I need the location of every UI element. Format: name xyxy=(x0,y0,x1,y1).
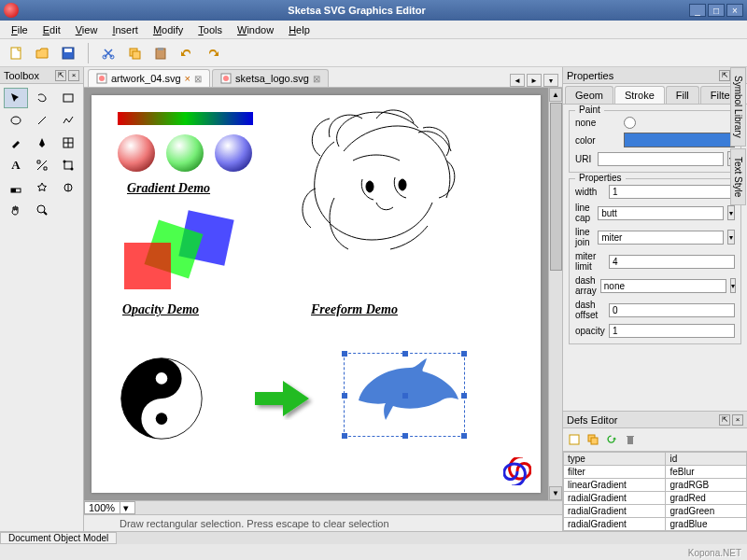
undo-button[interactable] xyxy=(176,43,197,63)
opacity-demo-label: Opacity Demo xyxy=(122,302,199,317)
table-row[interactable]: linearGradientgradRGB xyxy=(564,479,747,492)
spiral-logo xyxy=(503,457,531,485)
paint-uri-input[interactable] xyxy=(598,152,724,166)
table-row[interactable]: radialGradientgradRed xyxy=(564,492,747,505)
menu-tools[interactable]: Tools xyxy=(190,22,230,37)
svg-rect-8 xyxy=(158,48,163,50)
redo-button[interactable] xyxy=(203,43,223,63)
defs-new-button[interactable] xyxy=(566,431,583,448)
horizontal-scrollbar[interactable]: 100%▾ xyxy=(84,500,562,514)
prop-tab-geom[interactable]: Geom xyxy=(565,86,613,104)
close-tab-icon[interactable]: ⊠ xyxy=(313,74,320,84)
svg-file-icon xyxy=(96,73,107,84)
defs-duplicate-button[interactable] xyxy=(585,431,601,448)
defs-close-icon[interactable]: × xyxy=(732,414,743,426)
maximize-button[interactable]: □ xyxy=(708,4,725,17)
vertical-scrollbar[interactable]: ▲▼ xyxy=(548,88,562,500)
minimize-button[interactable]: _ xyxy=(689,4,706,17)
menu-edit[interactable]: Edit xyxy=(35,22,68,37)
defs-pin-icon[interactable]: ⇱ xyxy=(719,414,730,426)
stroke-color-swatch[interactable] xyxy=(624,133,735,147)
tool-star[interactable] xyxy=(30,177,54,198)
svg-point-16 xyxy=(63,161,66,163)
close-tab-icon[interactable]: ⊠ xyxy=(194,74,202,84)
tool-eyedropper[interactable] xyxy=(4,177,28,198)
tool-pen[interactable] xyxy=(30,133,54,153)
toolbox-close-icon[interactable]: × xyxy=(68,70,79,81)
dom-tab[interactable]: Document Object Model xyxy=(0,532,117,544)
cut-button[interactable] xyxy=(98,43,119,63)
watermark: Kopona.NET xyxy=(688,548,741,558)
opacity-input[interactable] xyxy=(609,324,735,338)
menu-insert[interactable]: Insert xyxy=(105,22,146,37)
copy-button[interactable] xyxy=(124,43,145,63)
tool-polyline[interactable] xyxy=(56,110,80,131)
menu-view[interactable]: View xyxy=(68,22,106,37)
prop-tab-fill[interactable]: Fill xyxy=(666,86,699,104)
svg-point-22 xyxy=(37,205,45,213)
selection-box[interactable] xyxy=(344,353,465,437)
zoom-select[interactable]: 100%▾ xyxy=(84,501,135,514)
tool-misc[interactable] xyxy=(56,177,80,198)
canvas-viewport[interactable]: Gradient Demo Opacity Demo Freeform Dem xyxy=(84,88,548,500)
tool-hand[interactable] xyxy=(4,200,28,220)
svg-rect-6 xyxy=(133,51,140,59)
menu-modify[interactable]: Modify xyxy=(146,22,190,37)
tool-grid[interactable] xyxy=(56,133,80,153)
tool-rect[interactable] xyxy=(56,88,80,108)
toolbox-panel: Toolbox ⇱ × A xyxy=(0,67,84,531)
tool-transform[interactable] xyxy=(56,155,80,175)
tool-lasso[interactable] xyxy=(30,88,54,108)
table-row[interactable]: filterfeBlur xyxy=(564,466,747,479)
prop-tab-stroke[interactable]: Stroke xyxy=(614,86,665,104)
tool-line[interactable] xyxy=(30,110,54,131)
tool-ellipse[interactable] xyxy=(4,110,28,131)
open-file-button[interactable] xyxy=(32,43,52,63)
tool-zoom[interactable] xyxy=(30,200,54,220)
freeform-demo-label: Freeform Demo xyxy=(311,302,398,317)
tool-node[interactable] xyxy=(30,155,54,175)
tool-text[interactable]: A xyxy=(4,155,28,175)
linecap-input[interactable] xyxy=(598,206,724,220)
linecap-dropdown-icon[interactable]: ▾ xyxy=(727,205,735,220)
dasharray-input[interactable] xyxy=(600,279,726,293)
miterlimit-input[interactable] xyxy=(609,255,735,269)
tab-next-button[interactable]: ► xyxy=(527,74,542,87)
paint-none-radio[interactable] xyxy=(624,117,636,129)
linejoin-input[interactable] xyxy=(598,231,724,245)
table-row[interactable]: radialGradientgradGreen xyxy=(564,505,747,518)
close-window-button[interactable]: × xyxy=(726,4,743,17)
tab-prev-button[interactable]: ◄ xyxy=(510,74,525,87)
dashoffset-input[interactable] xyxy=(609,303,735,317)
svg-rect-0 xyxy=(11,48,21,59)
menu-window[interactable]: Window xyxy=(230,22,281,37)
save-file-button[interactable] xyxy=(58,43,78,63)
svg-rect-33 xyxy=(570,435,579,444)
toolbox-title: Toolbox xyxy=(4,70,39,81)
new-file-button[interactable] xyxy=(6,43,26,63)
svg-rect-2 xyxy=(64,49,72,52)
paste-button[interactable] xyxy=(150,43,171,63)
toolbox-pin-icon[interactable]: ⇱ xyxy=(55,70,66,81)
defs-refresh-button[interactable] xyxy=(603,431,620,448)
menu-help[interactable]: Help xyxy=(281,22,317,37)
dasharray-dropdown-icon[interactable]: ▾ xyxy=(730,278,736,293)
svg-point-27 xyxy=(223,76,229,81)
properties-pin-icon[interactable]: ⇱ xyxy=(719,70,730,81)
defs-delete-button[interactable] xyxy=(622,431,639,448)
tab-sketsa-logo[interactable]: sketsa_logo.svg ⊠ xyxy=(212,69,329,87)
linejoin-dropdown-icon[interactable]: ▾ xyxy=(727,230,735,245)
arrow-icon xyxy=(250,375,316,422)
tool-select[interactable] xyxy=(4,88,28,108)
tab-artwork-04[interactable]: artwork_04.svg × ⊠ xyxy=(88,69,210,87)
stroke-width-input[interactable] xyxy=(609,185,735,199)
svg-canvas[interactable]: Gradient Demo Opacity Demo Freeform Dem xyxy=(92,95,541,493)
vtab-text-style[interactable]: Text Style xyxy=(730,148,746,205)
tool-pencil[interactable] xyxy=(4,133,28,153)
table-row[interactable]: radialGradientgradBlue xyxy=(564,518,747,531)
vtab-symbol-library[interactable]: Symbol Library xyxy=(730,67,746,147)
window-titlebar: Sketsa SVG Graphics Editor _ □ × xyxy=(0,0,747,21)
menu-file[interactable]: File xyxy=(4,22,35,37)
red-square xyxy=(124,243,171,289)
tab-menu-button[interactable]: ▾ xyxy=(543,74,558,87)
